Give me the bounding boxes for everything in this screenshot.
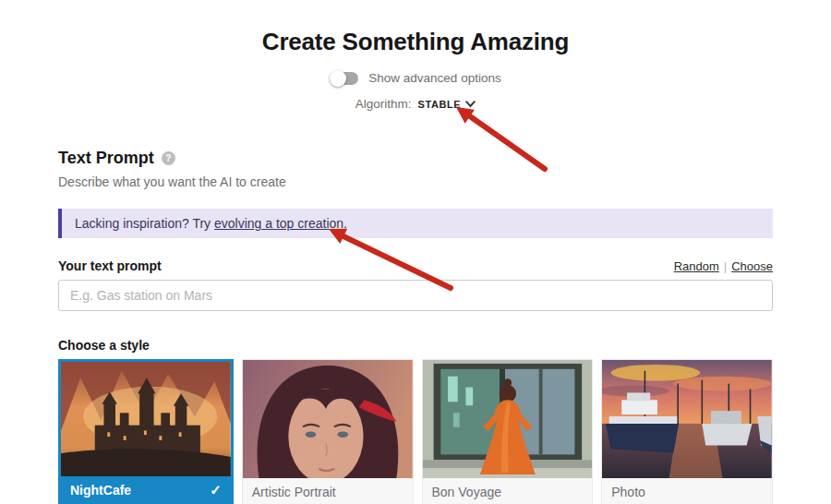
page-title: Create Something Amazing xyxy=(0,0,831,56)
prompt-input[interactable] xyxy=(58,280,773,311)
style-card-artistic-portrait[interactable]: Artistic Portrait ✓ xyxy=(242,359,414,504)
prompt-label-row: Your text prompt Random | Choose xyxy=(58,258,773,273)
style-card-photo[interactable]: Photo ✓ xyxy=(601,359,773,504)
help-icon[interactable]: ? xyxy=(162,151,175,165)
chevron-down-icon xyxy=(465,97,476,111)
style-card-footer: NightCafe ✓ xyxy=(61,476,231,504)
banner-text-before: Lacking inspiration? Try xyxy=(75,216,214,231)
advanced-options-toggle[interactable] xyxy=(330,72,358,85)
style-card-nightcafe[interactable]: NightCafe ✓ xyxy=(58,359,234,504)
advanced-options-label: Show advanced options xyxy=(368,71,500,85)
inspiration-banner: Lacking inspiration? Try evolving a top … xyxy=(58,209,773,238)
checkmark-icon: ✓ xyxy=(210,482,222,498)
text-prompt-description: Describe what you want the AI to create xyxy=(58,174,773,189)
advanced-options-row: Show advanced options xyxy=(0,71,831,85)
algorithm-value: STABLE xyxy=(417,99,461,110)
algorithm-label: Algorithm: xyxy=(355,97,412,111)
style-cards: NightCafe ✓ xyxy=(58,359,773,504)
choose-style-heading: Choose a style xyxy=(58,338,773,353)
style-card-label: NightCafe xyxy=(70,483,131,498)
toggle-knob xyxy=(330,70,346,87)
style-card-bon-voyage[interactable]: Bon Voyage ✓ xyxy=(422,359,594,504)
create-page: Create Something Amazing Show advanced o… xyxy=(0,0,831,504)
style-card-label: Photo xyxy=(611,485,645,499)
style-thumbnail-photo xyxy=(602,360,772,478)
prompt-links: Random | Choose xyxy=(674,259,773,273)
style-card-label: Bon Voyage xyxy=(432,485,502,499)
text-prompt-heading-row: Text Prompt ? xyxy=(58,149,773,168)
text-prompt-heading: Text Prompt xyxy=(58,149,154,168)
style-thumbnail-artistic-portrait xyxy=(243,360,413,478)
evolve-top-creation-link[interactable]: evolving a top creation xyxy=(214,216,343,231)
algorithm-select[interactable]: STABLE xyxy=(417,97,476,111)
choose-prompt-link[interactable]: Choose xyxy=(731,259,773,273)
style-card-label: Artistic Portrait xyxy=(252,485,336,499)
style-card-footer: Artistic Portrait ✓ xyxy=(243,478,413,504)
style-card-footer: Photo ✓ xyxy=(602,478,772,504)
style-card-footer: Bon Voyage ✓ xyxy=(423,478,593,504)
algorithm-row: Algorithm: STABLE xyxy=(0,97,831,111)
style-thumbnail-nightcafe xyxy=(61,362,231,476)
main-content: Text Prompt ? Describe what you want the… xyxy=(58,149,773,504)
prompt-input-label: Your text prompt xyxy=(58,258,162,273)
random-prompt-link[interactable]: Random xyxy=(674,259,719,273)
style-thumbnail-bon-voyage xyxy=(423,360,593,478)
banner-text-after: . xyxy=(343,216,347,231)
links-divider: | xyxy=(724,259,727,273)
